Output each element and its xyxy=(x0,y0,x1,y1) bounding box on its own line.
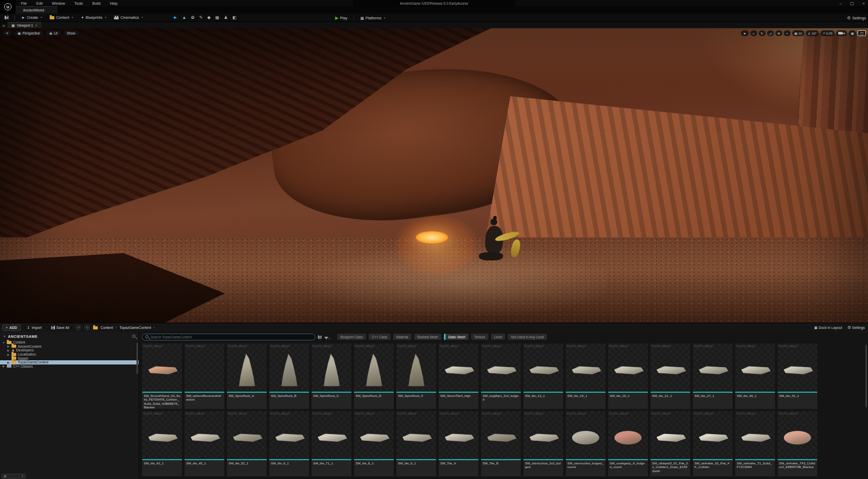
close-icon[interactable]: × xyxy=(35,24,37,27)
asset-tile[interactable]: STATIC MESHSM_tile_13_1 xyxy=(523,344,563,409)
forward-button[interactable]: ↻ xyxy=(84,325,90,330)
tree-item-content[interactable]: ▼Content xyxy=(0,340,139,345)
asset-tile[interactable]: STATIC MESHSM_ubmicctlcw_2x2_bulged xyxy=(523,411,563,476)
asset-tile[interactable]: STATIC MESHSM_tile_71_1 xyxy=(312,411,351,476)
asset-tile[interactable]: STATIC MESHSM_tile_52_1 xyxy=(227,411,267,476)
brush-edit-mode-icon[interactable]: ▦ xyxy=(215,15,220,20)
foliage-mode-icon[interactable]: ✿ xyxy=(191,15,195,20)
filter-not-used-in-any-level[interactable]: Not Used in Any Level xyxy=(508,334,547,340)
asset-tile[interactable]: STATIC MESHSM_SpireRock_F xyxy=(396,344,436,409)
maximize-viewport-icon[interactable]: ▢ xyxy=(858,30,866,36)
filter-blueprint-class[interactable]: Blueprint Class xyxy=(337,334,366,340)
add-button[interactable]: +ADD xyxy=(2,324,21,331)
tree-item-splash[interactable]: Splash xyxy=(0,356,139,360)
minimize-button[interactable]: – xyxy=(839,1,841,6)
menu-item-help[interactable]: Help xyxy=(106,2,121,5)
asset-tile[interactable]: STATIC MESHSM_SpireRock_A xyxy=(227,344,267,409)
asset-tile[interactable]: STATIC MESHSM_tcpgfhpn_2x2_bulged xyxy=(481,344,521,409)
filter-static-mesh[interactable]: Static Mesh xyxy=(444,334,469,340)
chevron-right-icon[interactable]: ▶ xyxy=(2,364,5,368)
filter-level[interactable]: Level xyxy=(491,334,505,340)
asset-tile[interactable]: STATIC MESHSM_tile_42_1 xyxy=(142,411,182,476)
filter-material[interactable]: Material xyxy=(393,334,412,340)
surface-snap-toggle-icon[interactable]: ≈ xyxy=(784,30,791,36)
tree-item-developers[interactable]: ▶♟Developers xyxy=(0,348,139,352)
asset-tile[interactable]: STATIC MESHSM_StoneTileA_high xyxy=(439,344,478,409)
asset-tile[interactable]: STATIC MESHSM_tile_21_1 xyxy=(650,344,690,409)
save-level-button[interactable] xyxy=(2,15,11,21)
menu-item-window[interactable]: Window xyxy=(48,2,69,5)
asset-tile[interactable]: STATIC MESHSM_SpireRock_C xyxy=(312,344,351,409)
world-space-toggle-icon[interactable]: ⊕ xyxy=(775,30,782,36)
content-button[interactable]: Content▼ xyxy=(47,15,76,21)
mesh-paint-mode-icon[interactable]: ✎ xyxy=(199,15,203,20)
camera-speed-control[interactable]: 4 xyxy=(836,30,847,36)
fracture-mode-icon[interactable]: ◆ xyxy=(208,15,211,20)
cinematics-button[interactable]: Cinematics▼ xyxy=(111,15,146,21)
sources-header[interactable]: ▼ ANCIENTGAME xyxy=(0,332,139,340)
tree-item-topazgamecontent[interactable]: ▶TopazGameContent xyxy=(0,360,139,364)
asset-tile[interactable]: STATIC MESHSM_SpireRock_B xyxy=(269,344,309,409)
select-mode-icon[interactable]: ► xyxy=(173,15,177,20)
select-tool-icon[interactable]: ► xyxy=(741,30,748,36)
menu-item-build[interactable]: Build xyxy=(88,2,105,5)
create-button[interactable]: ►Create▼ xyxy=(19,15,45,21)
scale-tool-icon[interactable]: ◿ xyxy=(767,30,774,36)
back-button[interactable]: ↺ xyxy=(75,325,81,330)
asset-tile[interactable]: STATIC MESHSM_tile_40_1 xyxy=(735,344,775,409)
viewport-tab[interactable]: ▦ Viewport 1 × xyxy=(7,22,41,28)
chevron-down-icon[interactable]: ▼ xyxy=(2,341,5,344)
asset-tile[interactable]: STATIC MESHSM_sphereReversedrefraction xyxy=(185,344,224,409)
asset-tile[interactable]: STATIC MESHSM_Tile_A xyxy=(439,411,478,476)
chevron-right-icon[interactable]: ▶ xyxy=(7,345,10,348)
rotate-tool-icon[interactable]: ↻ xyxy=(759,30,766,36)
maximize-button[interactable]: ▢ xyxy=(850,1,854,6)
asset-tile[interactable]: STATIC MESHSM_SpireRock_D xyxy=(354,344,394,409)
asset-tile[interactable]: STATIC MESHSM_tile_45_1 xyxy=(185,411,224,476)
menu-item-edit[interactable]: Edit xyxy=(32,2,47,5)
filter-texture[interactable]: Texture xyxy=(471,334,488,340)
viewport-options-button[interactable]: ≡ xyxy=(3,30,12,36)
search-input[interactable] xyxy=(151,335,312,339)
animation-mode-icon[interactable]: ♟ xyxy=(224,15,227,20)
platforms-button[interactable]: ▦Platforms▼ xyxy=(358,15,389,21)
asset-tile[interactable]: STATIC MESHSM_tile_27_1 xyxy=(693,344,733,409)
blueprints-button[interactable]: ✦Blueprints▼ xyxy=(78,15,109,21)
breadcrumb-content[interactable]: Content xyxy=(100,326,113,329)
search-icon[interactable] xyxy=(132,335,135,338)
asset-tile[interactable]: STATIC MESHSM_tile_16_1 xyxy=(608,344,648,409)
asset-tile[interactable]: STATIC MESHSM_ukdqwd3_01_Flat_01_Collide… xyxy=(650,411,690,476)
scale-snap-control[interactable]: ↗0.25 xyxy=(820,30,835,36)
menu-item-file[interactable]: File xyxy=(17,2,31,5)
dock-in-layout-button[interactable]: ▣ Dock in Layout xyxy=(814,326,842,330)
show-dropdown[interactable]: Show xyxy=(63,30,79,36)
asset-tile[interactable]: STATIC MESHSM_tile_9_1 xyxy=(396,411,436,476)
filter-dropdown-button[interactable]: ▼ xyxy=(324,332,330,341)
level-tab-ancientworld[interactable]: AncientWorld xyxy=(16,6,58,14)
drawer-settings-button[interactable]: ⚙ Settings xyxy=(847,325,865,330)
asset-tile[interactable]: STATIC MESHSM_ukArabe_T43_Collider2_E5B9… xyxy=(778,411,817,476)
sources-scrollbar[interactable] xyxy=(136,343,138,374)
lit-dropdown[interactable]: ◉Lit xyxy=(45,30,61,36)
play-options-icon[interactable]: ⋮ xyxy=(352,16,356,20)
tree-item-ancientcontent[interactable]: ▶AncientContent xyxy=(0,345,139,349)
chevron-right-icon[interactable]: ▶ xyxy=(7,353,10,356)
asset-tile[interactable]: STATIC MESHSM_Tile_B xyxy=(481,411,521,476)
filter-c-class[interactable]: C++ Class xyxy=(369,334,391,340)
toolbar-settings-button[interactable]: ⚙ Settings xyxy=(847,14,866,22)
menu-item-tools[interactable]: Tools xyxy=(70,2,87,5)
asset-tile[interactable]: STATIC MESHSM_SmoothSand_03_Solid_FE7D64… xyxy=(142,344,182,409)
landscape-mode-icon[interactable]: ▲ xyxy=(182,15,186,20)
grid-snap-control[interactable]: ▦10 xyxy=(792,30,804,36)
asset-tile[interactable]: STATIC MESHSM_ukArabe_01_Flat_4K_Collide… xyxy=(693,411,733,476)
asset-tile[interactable]: STATIC MESHSM_ubvmcctlce_bulged_round xyxy=(566,411,606,476)
breadcrumb-topazgamecontent[interactable]: TopazGameContent xyxy=(119,326,151,329)
import-button[interactable]: ↧Import xyxy=(24,324,45,331)
close-button[interactable]: × xyxy=(862,1,865,6)
drawer-footer-dropdown[interactable]: ⚙▼ xyxy=(2,474,26,478)
rotation-snap-control[interactable]: ∠10° xyxy=(806,30,819,36)
filter-skeletal-mesh[interactable]: Skeletal Mesh xyxy=(414,334,441,340)
save-all-button[interactable]: Save All xyxy=(48,324,73,331)
tree-item-c-classes[interactable]: ▶C++ Classes xyxy=(0,364,139,369)
chevron-right-icon[interactable]: ▶ xyxy=(7,349,10,352)
